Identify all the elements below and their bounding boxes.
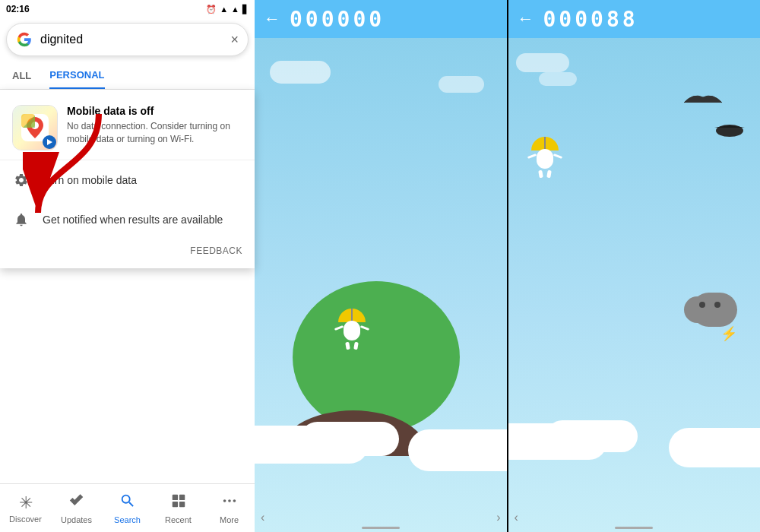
tab-personal[interactable]: PERSONAL [49, 62, 104, 89]
game-panel-left[interactable]: ← 000000 [255, 0, 507, 532]
get-notified-item[interactable]: Get notified when results are available [0, 200, 255, 239]
eye-left [699, 302, 705, 308]
lightning-bolt: ⚡ [720, 325, 737, 342]
svg-point-9 [223, 499, 226, 502]
more-icon [221, 492, 238, 514]
nav-more[interactable]: More [208, 492, 251, 524]
get-notified-label: Get notified when results are available [43, 214, 223, 226]
dropdown-panel: Mobile data is off No data connection. C… [0, 90, 255, 268]
leg-left-r [353, 342, 359, 350]
nav-discover[interactable]: ✳ Discover [5, 493, 47, 524]
nav-arrow-left-r[interactable]: › [496, 511, 500, 524]
wifi-icon: ▲ [231, 5, 239, 14]
updates-icon [68, 492, 85, 514]
game-panel-right[interactable]: ← 000088 [507, 0, 761, 532]
body-right [537, 149, 553, 169]
clear-search-button[interactable]: × [230, 32, 239, 48]
svg-point-10 [228, 499, 231, 502]
feedback-button[interactable]: FEEDBACK [190, 245, 242, 256]
score-left: 000000 [290, 7, 385, 32]
recent-icon [170, 492, 187, 514]
cloud-r-3 [669, 428, 760, 467]
search-icon [119, 492, 136, 514]
signal-icon: ▲ [220, 5, 228, 14]
body-left [344, 321, 360, 340]
nav-arrow-left-l[interactable]: ‹ [261, 511, 264, 524]
search-label: Search [114, 515, 141, 524]
sky-cloud-r-1 [516, 53, 569, 72]
alarm-icon: ⏰ [206, 5, 217, 14]
svg-point-11 [233, 499, 236, 502]
google-logo [16, 31, 33, 48]
turn-on-mobile-item[interactable]: Turn on mobile data [0, 160, 255, 200]
back-arrow-right[interactable]: ← [518, 9, 534, 29]
cloud-eyes [699, 302, 720, 308]
bird-1 [684, 91, 722, 117]
gesture-bar-left [362, 527, 400, 529]
more-label: More [220, 515, 239, 524]
gear-icon [12, 171, 30, 189]
gesture-bar-right [615, 527, 653, 529]
bottom-nav: ✳ Discover Updates Search Recent More [0, 483, 255, 532]
cloud-2-l [300, 422, 399, 456]
nav-updates[interactable]: Updates [55, 492, 98, 524]
info-card-text: Mobile data is off No data connection. C… [67, 105, 242, 150]
clouds-bottom-left [255, 403, 507, 471]
nav-search[interactable]: Search [106, 492, 149, 524]
legs-left [346, 342, 358, 350]
status-bar: 02:16 ⏰ ▲ ▲ ▋ [0, 0, 255, 18]
updates-label: Updates [61, 515, 92, 524]
leg-left-l [345, 342, 350, 350]
game-container: ← 000000 [255, 0, 760, 532]
nav-arrow-right-l[interactable]: ‹ [515, 511, 518, 524]
search-tabs: ALL PERSONAL [0, 62, 255, 90]
cloud-3-l [408, 429, 507, 471]
bell-icon [12, 211, 30, 229]
recent-label: Recent [165, 515, 192, 524]
character-left [338, 309, 366, 350]
cloud-enemy-left [684, 296, 714, 323]
svg-rect-8 [179, 501, 184, 506]
search-bar[interactable]: × [6, 23, 249, 56]
info-card: Mobile data is off No data connection. C… [0, 96, 255, 160]
nav-recent[interactable]: Recent [157, 492, 200, 524]
score-bar-right: ← 000088 [508, 0, 761, 38]
legs-right [539, 170, 551, 178]
svg-rect-5 [172, 494, 177, 499]
sky-cloud-2-l [439, 76, 484, 93]
play-badge [43, 135, 56, 149]
status-time: 02:16 [6, 4, 30, 14]
leg-right-r [546, 170, 552, 179]
discover-label: Discover [9, 515, 42, 524]
phone-left-panel: 02:16 ⏰ ▲ ▲ ▋ × ALL PERSONAL [0, 0, 255, 532]
clouds-bottom-right [507, 403, 761, 471]
leg-right-l [538, 170, 543, 179]
sky-cloud-r-2 [539, 72, 577, 86]
cloud-enemy: ⚡ [684, 293, 745, 334]
svg-marker-13 [714, 125, 745, 128]
feedback-row: FEEDBACK [0, 239, 255, 262]
info-description: No data connection. Consider turning on … [67, 120, 242, 146]
cloud-r-2 [546, 420, 638, 452]
app-icon [12, 105, 58, 150]
discover-icon: ✳ [19, 493, 33, 513]
bird-2 [714, 122, 745, 144]
battery-icon: ▋ [242, 5, 249, 14]
eye-right [714, 302, 720, 308]
svg-rect-7 [172, 501, 177, 506]
score-bar-left: ← 000000 [255, 0, 507, 38]
svg-rect-6 [179, 494, 184, 499]
score-right: 000088 [543, 7, 638, 32]
back-arrow-left[interactable]: ← [264, 9, 280, 29]
character-right [531, 137, 559, 178]
info-title: Mobile data is off [67, 105, 242, 117]
turn-on-mobile-label: Turn on mobile data [43, 174, 137, 186]
search-input[interactable] [40, 33, 230, 46]
svg-marker-3 [47, 139, 52, 145]
status-icons: ⏰ ▲ ▲ ▋ [206, 5, 249, 14]
sky-cloud-1-l [270, 61, 331, 84]
tab-all[interactable]: ALL [12, 62, 31, 89]
